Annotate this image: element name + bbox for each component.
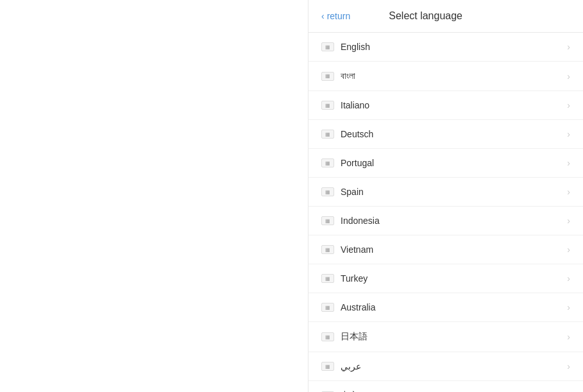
language-left: ▦ English xyxy=(321,42,370,52)
return-label: return xyxy=(327,11,351,21)
chevron-right-icon: › xyxy=(567,158,570,168)
flag-icon-indonesia: ▦ xyxy=(321,216,334,225)
language-name-turkey: Turkey xyxy=(341,273,368,284)
chevron-right-icon: › xyxy=(567,129,570,139)
page-container: ‹ return Select language ▦ English › ▦ ব… xyxy=(0,0,583,392)
language-left: ▦ 日本語 xyxy=(321,331,368,343)
flag-icon-italiano: ▦ xyxy=(321,101,334,110)
language-item-bangla[interactable]: ▦ বাংলা › xyxy=(308,62,583,91)
language-item-australia[interactable]: ▦ Australia › xyxy=(308,293,583,322)
language-left: ▦ Spain xyxy=(321,187,364,197)
language-item-turkey[interactable]: ▦ Turkey › xyxy=(308,264,583,293)
language-left: ▦ Italiano xyxy=(321,100,369,110)
language-item-japanese[interactable]: ▦ 日本語 › xyxy=(308,322,583,352)
language-list: ▦ English › ▦ বাংলা › ▦ Italiano › ▦ Deu… xyxy=(308,33,583,392)
language-left: ▦ Australia xyxy=(321,302,375,312)
flag-icon-spain: ▦ xyxy=(321,187,334,196)
language-name-english: English xyxy=(341,42,370,52)
flag-icon-bangla: ▦ xyxy=(321,72,334,81)
language-left: ▦ Vietnam xyxy=(321,244,373,255)
flag-icon-australia: ▦ xyxy=(321,303,334,312)
flag-icon-japanese: ▦ xyxy=(321,332,334,341)
language-name-bangla: বাংলা xyxy=(341,71,355,81)
chevron-right-icon: › xyxy=(567,100,570,110)
chevron-right-icon: › xyxy=(567,302,570,312)
flag-icon-deutsch: ▦ xyxy=(321,130,334,139)
language-left: ▦ বাংলা xyxy=(321,71,355,81)
chevron-right-icon: › xyxy=(567,244,570,255)
language-item-deutsch[interactable]: ▦ Deutsch › xyxy=(308,120,583,149)
chevron-right-icon: › xyxy=(567,216,570,226)
left-panel xyxy=(0,0,308,392)
language-item-arabic[interactable]: ▦ عربي › xyxy=(308,352,583,381)
language-name-indonesia: Indonesia xyxy=(341,216,380,226)
language-left: ▦ عربي xyxy=(321,361,361,371)
language-name-italiano: Italiano xyxy=(341,100,369,110)
chevron-right-icon: › xyxy=(567,187,570,197)
language-name-portugal: Portugal xyxy=(341,158,374,168)
language-name-vietnam: Vietnam xyxy=(341,244,373,255)
flag-icon-english: ▦ xyxy=(321,42,334,51)
language-left: ▦ Deutsch xyxy=(321,129,373,139)
page-title: Select language xyxy=(389,10,462,22)
chevron-right-icon: › xyxy=(567,71,570,81)
chevron-right-icon: › xyxy=(567,273,570,284)
return-chevron-icon: ‹ xyxy=(321,11,325,21)
chevron-right-icon: › xyxy=(567,361,570,371)
chevron-right-icon: › xyxy=(567,332,570,342)
flag-icon-arabic: ▦ xyxy=(321,362,334,371)
language-item-indonesia[interactable]: ▦ Indonesia › xyxy=(308,207,583,235)
language-item-vietnam[interactable]: ▦ Vietnam › xyxy=(308,235,583,264)
header: ‹ return Select language xyxy=(308,0,583,33)
language-name-spain: Spain xyxy=(341,187,364,197)
language-left: ▦ Turkey xyxy=(321,273,368,284)
chevron-right-icon: › xyxy=(567,42,570,52)
language-left: ▦ Indonesia xyxy=(321,216,380,226)
language-name-deutsch: Deutsch xyxy=(341,129,373,139)
return-link[interactable]: ‹ return xyxy=(321,11,350,21)
language-name-japanese: 日本語 xyxy=(341,331,368,343)
language-name-arabic: عربي xyxy=(341,361,361,371)
language-item-english[interactable]: ▦ English › xyxy=(308,33,583,62)
language-name-australia: Australia xyxy=(341,302,375,312)
flag-icon-turkey: ▦ xyxy=(321,274,334,283)
right-panel: ‹ return Select language ▦ English › ▦ ব… xyxy=(308,0,583,392)
language-left: ▦ Portugal xyxy=(321,158,374,168)
flag-icon-vietnam: ▦ xyxy=(321,245,334,254)
language-item-chinese[interactable]: ▦ 中文 › xyxy=(308,381,583,392)
language-item-portugal[interactable]: ▦ Portugal › xyxy=(308,149,583,178)
language-item-italiano[interactable]: ▦ Italiano › xyxy=(308,91,583,120)
language-item-spain[interactable]: ▦ Spain › xyxy=(308,178,583,207)
flag-icon-portugal: ▦ xyxy=(321,158,334,167)
